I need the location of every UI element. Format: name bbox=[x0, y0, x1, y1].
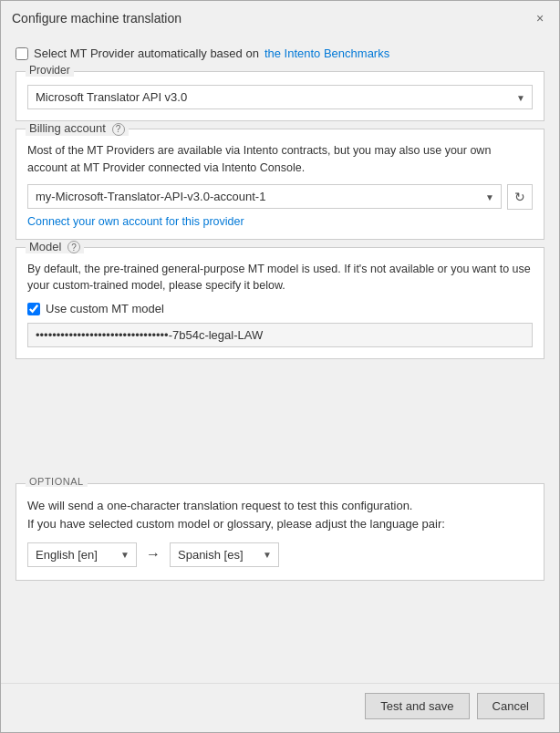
optional-section: OPTIONAL We will send a one-character tr… bbox=[16, 483, 544, 581]
model-section-label: Model ? bbox=[26, 240, 84, 254]
use-custom-model-label: Use custom MT model bbox=[46, 302, 164, 315]
model-section: Model ? By default, the pre-trained gene… bbox=[16, 247, 544, 360]
provider-select-wrapper: Microsoft Translator API v3.0 ▼ bbox=[27, 85, 533, 109]
billing-section-label: Billing account ? bbox=[26, 121, 129, 136]
lang-arrow-icon: → bbox=[146, 546, 161, 563]
provider-section-label: Provider bbox=[26, 64, 74, 77]
auto-select-label: Select MT Provider automatically based o… bbox=[34, 46, 259, 60]
billing-row: my-Microsoft-Translator-API-v3.0-account… bbox=[27, 184, 533, 210]
dialog-title: Configure machine translation bbox=[12, 11, 181, 26]
model-help-icon[interactable]: ? bbox=[67, 241, 80, 253]
dialog-content: Select MT Provider automatically based o… bbox=[1, 34, 559, 683]
language-pair-row: English [en] ▼ → Spanish [es] ▼ bbox=[27, 542, 533, 567]
connect-account-link[interactable]: Connect your own account for this provid… bbox=[27, 215, 244, 228]
use-custom-model-checkbox[interactable] bbox=[27, 303, 40, 315]
test-and-save-button[interactable]: Test and save bbox=[365, 693, 469, 719]
billing-account-select[interactable]: my-Microsoft-Translator-API-v3.0-account… bbox=[27, 184, 502, 209]
provider-select[interactable]: Microsoft Translator API v3.0 bbox=[27, 85, 533, 109]
optional-desc-1: We will send a one-character translation… bbox=[27, 497, 533, 533]
target-lang-wrapper: Spanish [es] ▼ bbox=[170, 542, 279, 567]
refresh-button[interactable]: ↻ bbox=[507, 184, 533, 210]
cancel-button[interactable]: Cancel bbox=[477, 693, 544, 719]
dialog-titlebar: Configure machine translation × bbox=[1, 1, 559, 34]
billing-section: Billing account ? Most of the MT Provide… bbox=[16, 129, 544, 240]
custom-model-row: Use custom MT model bbox=[27, 302, 533, 315]
content-gap bbox=[16, 366, 544, 476]
source-language-select[interactable]: English [en] bbox=[27, 542, 137, 567]
auto-select-checkbox[interactable] bbox=[16, 47, 28, 60]
billing-select-wrapper: my-Microsoft-Translator-API-v3.0-account… bbox=[27, 184, 502, 209]
close-button[interactable]: × bbox=[532, 10, 548, 26]
intento-benchmarks-link[interactable]: the Intento Benchmarks bbox=[264, 46, 389, 60]
configure-dialog: Configure machine translation × Select M… bbox=[0, 0, 560, 733]
custom-model-input[interactable] bbox=[27, 323, 533, 347]
source-lang-wrapper: English [en] ▼ bbox=[27, 542, 137, 567]
billing-description: Most of the MT Providers are available v… bbox=[27, 142, 533, 177]
dialog-footer: Test and save Cancel bbox=[1, 683, 559, 732]
provider-section: Provider Microsoft Translator API v3.0 ▼ bbox=[16, 71, 544, 121]
billing-help-icon[interactable]: ? bbox=[112, 123, 125, 136]
target-language-select[interactable]: Spanish [es] bbox=[170, 542, 279, 567]
optional-section-label: OPTIONAL bbox=[26, 476, 88, 487]
auto-select-row: Select MT Provider automatically based o… bbox=[16, 43, 544, 64]
model-description: By default, the pre-trained general-purp… bbox=[27, 261, 533, 295]
